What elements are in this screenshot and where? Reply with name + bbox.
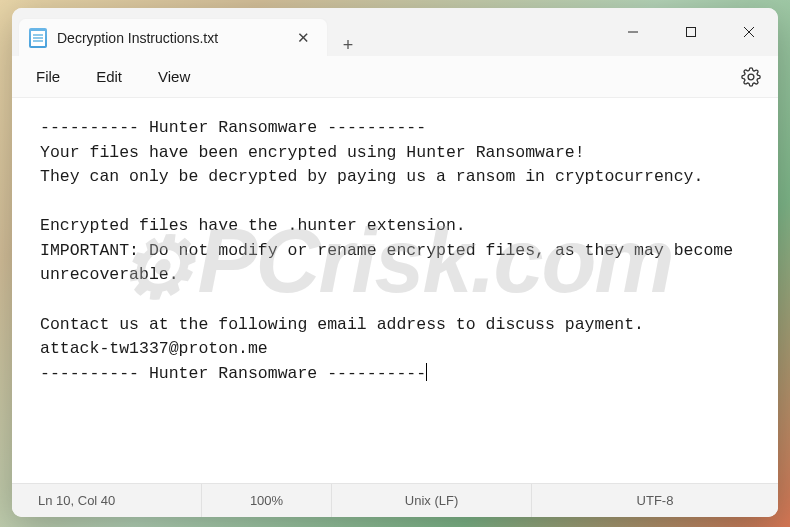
tab-title: Decryption Instructions.txt xyxy=(57,30,279,46)
window-controls xyxy=(604,8,778,56)
minimize-icon xyxy=(627,26,639,38)
close-window-button[interactable] xyxy=(720,8,778,56)
text-cursor xyxy=(426,363,427,381)
document-tab[interactable]: Decryption Instructions.txt ✕ xyxy=(18,18,328,56)
gear-icon xyxy=(741,67,761,87)
editor-area[interactable]: ---------- Hunter Ransomware ---------- … xyxy=(12,98,778,483)
tab-area: Decryption Instructions.txt ✕ + xyxy=(12,8,368,56)
edit-menu[interactable]: Edit xyxy=(78,62,140,91)
maximize-icon xyxy=(685,26,697,38)
line-ending[interactable]: Unix (LF) xyxy=(332,484,532,517)
document-text: ---------- Hunter Ransomware ---------- … xyxy=(40,116,762,386)
close-tab-button[interactable]: ✕ xyxy=(289,24,317,52)
notepad-icon xyxy=(29,28,47,48)
encoding[interactable]: UTF-8 xyxy=(532,484,778,517)
maximize-button[interactable] xyxy=(662,8,720,56)
file-menu[interactable]: File xyxy=(18,62,78,91)
titlebar: Decryption Instructions.txt ✕ + xyxy=(12,8,778,56)
statusbar: Ln 10, Col 40 100% Unix (LF) UTF-8 xyxy=(12,483,778,517)
notepad-window: Decryption Instructions.txt ✕ + File Edi… xyxy=(12,8,778,517)
menubar: File Edit View xyxy=(12,56,778,98)
titlebar-drag-area[interactable] xyxy=(368,8,604,56)
close-icon xyxy=(743,26,755,38)
svg-rect-1 xyxy=(687,28,696,37)
view-menu[interactable]: View xyxy=(140,62,208,91)
cursor-position[interactable]: Ln 10, Col 40 xyxy=(12,484,202,517)
settings-button[interactable] xyxy=(734,60,768,94)
minimize-button[interactable] xyxy=(604,8,662,56)
new-tab-button[interactable]: + xyxy=(328,35,368,56)
zoom-level[interactable]: 100% xyxy=(202,484,332,517)
